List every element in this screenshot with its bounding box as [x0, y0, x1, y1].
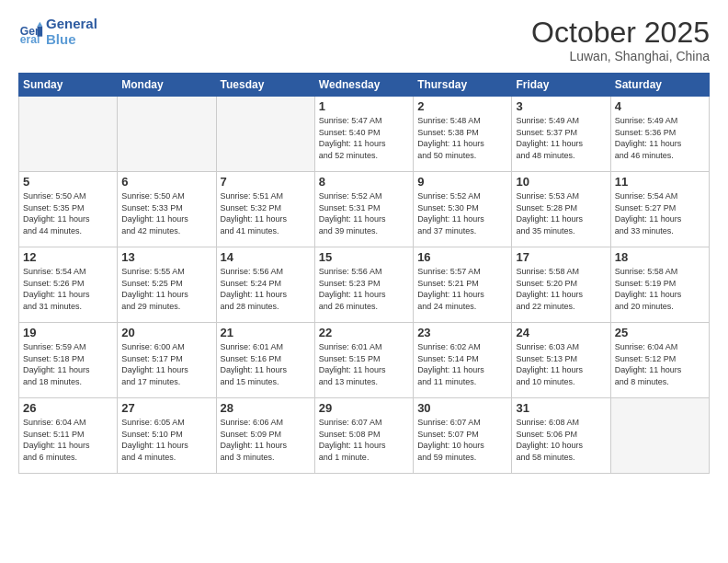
calendar-cell: 5Sunrise: 5:50 AM Sunset: 5:35 PM Daylig…	[19, 172, 118, 247]
title-area: October 2025 Luwan, Shanghai, China	[531, 17, 710, 63]
day-number: 9	[417, 175, 507, 189]
calendar-cell: 8Sunrise: 5:52 AM Sunset: 5:31 PM Daylig…	[314, 172, 413, 247]
day-info: Sunrise: 6:07 AM Sunset: 5:07 PM Dayligh…	[417, 417, 507, 463]
calendar-cell: 11Sunrise: 5:54 AM Sunset: 5:27 PM Dayli…	[610, 172, 709, 247]
calendar-cell: 10Sunrise: 5:53 AM Sunset: 5:28 PM Dayli…	[512, 172, 610, 247]
day-info: Sunrise: 6:02 AM Sunset: 5:14 PM Dayligh…	[417, 341, 507, 387]
calendar-cell: 1Sunrise: 5:47 AM Sunset: 5:40 PM Daylig…	[314, 97, 413, 172]
day-info: Sunrise: 5:52 AM Sunset: 5:31 PM Dayligh…	[319, 190, 409, 236]
day-info: Sunrise: 5:57 AM Sunset: 5:21 PM Dayligh…	[417, 266, 507, 312]
day-number: 14	[221, 250, 311, 264]
weekday-header-row: SundayMondayTuesdayWednesdayThursdayFrid…	[19, 74, 710, 97]
day-info: Sunrise: 5:54 AM Sunset: 5:27 PM Dayligh…	[615, 190, 705, 236]
day-number: 23	[417, 326, 507, 339]
day-number: 31	[516, 401, 606, 415]
calendar-cell	[19, 97, 118, 172]
weekday-header-sunday: Sunday	[19, 74, 118, 97]
day-number: 5	[23, 175, 113, 189]
weekday-header-monday: Monday	[118, 74, 216, 97]
week-row-4: 19Sunrise: 5:59 AM Sunset: 5:18 PM Dayli…	[19, 323, 710, 398]
day-info: Sunrise: 5:59 AM Sunset: 5:18 PM Dayligh…	[23, 341, 113, 387]
calendar-cell: 25Sunrise: 6:04 AM Sunset: 5:12 PM Dayli…	[610, 323, 709, 398]
day-number: 26	[23, 401, 113, 415]
day-info: Sunrise: 5:56 AM Sunset: 5:24 PM Dayligh…	[221, 266, 311, 312]
calendar-cell: 29Sunrise: 6:07 AM Sunset: 5:08 PM Dayli…	[314, 398, 413, 474]
day-number: 6	[121, 175, 211, 189]
day-number: 15	[319, 250, 409, 264]
day-info: Sunrise: 5:53 AM Sunset: 5:28 PM Dayligh…	[516, 190, 606, 236]
calendar-cell: 4Sunrise: 5:49 AM Sunset: 5:36 PM Daylig…	[610, 97, 709, 172]
day-number: 30	[417, 401, 507, 415]
page: Gen eral General Blue October 2025 Luwan…	[0, 0, 728, 563]
calendar-cell: 21Sunrise: 6:01 AM Sunset: 5:16 PM Dayli…	[216, 323, 314, 398]
day-number: 1	[319, 99, 409, 113]
day-info: Sunrise: 5:49 AM Sunset: 5:37 PM Dayligh…	[516, 115, 606, 161]
calendar-cell: 6Sunrise: 5:50 AM Sunset: 5:33 PM Daylig…	[118, 172, 216, 247]
day-info: Sunrise: 5:52 AM Sunset: 5:30 PM Dayligh…	[417, 190, 507, 236]
logo-icon: Gen eral	[18, 19, 44, 45]
calendar-cell: 19Sunrise: 5:59 AM Sunset: 5:18 PM Dayli…	[19, 323, 118, 398]
calendar-cell: 24Sunrise: 6:03 AM Sunset: 5:13 PM Dayli…	[512, 323, 610, 398]
day-number: 22	[319, 326, 409, 339]
calendar-cell: 27Sunrise: 6:05 AM Sunset: 5:10 PM Dayli…	[118, 398, 216, 474]
day-info: Sunrise: 5:51 AM Sunset: 5:32 PM Dayligh…	[221, 190, 311, 236]
day-info: Sunrise: 5:56 AM Sunset: 5:23 PM Dayligh…	[319, 266, 409, 312]
svg-text:eral: eral	[20, 33, 40, 45]
day-number: 7	[221, 175, 311, 189]
day-info: Sunrise: 6:07 AM Sunset: 5:08 PM Dayligh…	[319, 417, 409, 463]
logo-text-line2: Blue	[46, 32, 97, 48]
month-title: October 2025	[531, 17, 710, 49]
calendar-cell: 20Sunrise: 6:00 AM Sunset: 5:17 PM Dayli…	[118, 323, 216, 398]
calendar-cell: 22Sunrise: 6:01 AM Sunset: 5:15 PM Dayli…	[314, 323, 413, 398]
day-number: 16	[417, 250, 507, 264]
week-row-3: 12Sunrise: 5:54 AM Sunset: 5:26 PM Dayli…	[19, 247, 710, 323]
day-number: 27	[121, 401, 211, 415]
calendar-cell: 26Sunrise: 6:04 AM Sunset: 5:11 PM Dayli…	[19, 398, 118, 474]
day-info: Sunrise: 5:47 AM Sunset: 5:40 PM Dayligh…	[319, 115, 409, 161]
day-number: 28	[221, 401, 311, 415]
calendar-cell: 9Sunrise: 5:52 AM Sunset: 5:30 PM Daylig…	[414, 172, 512, 247]
day-info: Sunrise: 6:04 AM Sunset: 5:12 PM Dayligh…	[615, 341, 705, 387]
weekday-header-saturday: Saturday	[610, 74, 709, 97]
svg-marker-2	[38, 26, 43, 36]
week-row-5: 26Sunrise: 6:04 AM Sunset: 5:11 PM Dayli…	[19, 398, 710, 474]
day-number: 8	[319, 175, 409, 189]
calendar-cell	[610, 398, 709, 474]
day-number: 10	[516, 175, 606, 189]
day-info: Sunrise: 6:05 AM Sunset: 5:10 PM Dayligh…	[121, 417, 211, 463]
calendar: SundayMondayTuesdayWednesdayThursdayFrid…	[18, 73, 710, 474]
calendar-cell: 16Sunrise: 5:57 AM Sunset: 5:21 PM Dayli…	[414, 247, 512, 323]
day-info: Sunrise: 6:03 AM Sunset: 5:13 PM Dayligh…	[516, 341, 606, 387]
calendar-cell: 13Sunrise: 5:55 AM Sunset: 5:25 PM Dayli…	[118, 247, 216, 323]
calendar-cell: 28Sunrise: 6:06 AM Sunset: 5:09 PM Dayli…	[216, 398, 314, 474]
weekday-header-thursday: Thursday	[414, 74, 512, 97]
calendar-cell: 17Sunrise: 5:58 AM Sunset: 5:20 PM Dayli…	[512, 247, 610, 323]
day-info: Sunrise: 6:01 AM Sunset: 5:16 PM Dayligh…	[221, 341, 311, 387]
calendar-cell: 3Sunrise: 5:49 AM Sunset: 5:37 PM Daylig…	[512, 97, 610, 172]
location: Luwan, Shanghai, China	[531, 49, 710, 63]
day-info: Sunrise: 5:55 AM Sunset: 5:25 PM Dayligh…	[121, 266, 211, 312]
calendar-cell: 18Sunrise: 5:58 AM Sunset: 5:19 PM Dayli…	[610, 247, 709, 323]
calendar-cell: 7Sunrise: 5:51 AM Sunset: 5:32 PM Daylig…	[216, 172, 314, 247]
day-number: 24	[516, 326, 606, 339]
calendar-cell: 12Sunrise: 5:54 AM Sunset: 5:26 PM Dayli…	[19, 247, 118, 323]
calendar-cell: 14Sunrise: 5:56 AM Sunset: 5:24 PM Dayli…	[216, 247, 314, 323]
header: Gen eral General Blue October 2025 Luwan…	[18, 17, 710, 63]
day-number: 29	[319, 401, 409, 415]
calendar-cell: 15Sunrise: 5:56 AM Sunset: 5:23 PM Dayli…	[314, 247, 413, 323]
day-number: 20	[121, 326, 211, 339]
day-info: Sunrise: 6:06 AM Sunset: 5:09 PM Dayligh…	[221, 417, 311, 463]
calendar-cell: 23Sunrise: 6:02 AM Sunset: 5:14 PM Dayli…	[414, 323, 512, 398]
weekday-header-wednesday: Wednesday	[314, 74, 413, 97]
day-info: Sunrise: 5:58 AM Sunset: 5:20 PM Dayligh…	[516, 266, 606, 312]
calendar-cell	[118, 97, 216, 172]
day-number: 21	[221, 326, 311, 339]
calendar-cell: 2Sunrise: 5:48 AM Sunset: 5:38 PM Daylig…	[414, 97, 512, 172]
week-row-1: 1Sunrise: 5:47 AM Sunset: 5:40 PM Daylig…	[19, 97, 710, 172]
day-info: Sunrise: 5:50 AM Sunset: 5:35 PM Dayligh…	[23, 190, 113, 236]
weekday-header-tuesday: Tuesday	[216, 74, 314, 97]
day-number: 2	[417, 99, 507, 113]
day-info: Sunrise: 6:04 AM Sunset: 5:11 PM Dayligh…	[23, 417, 113, 463]
day-number: 4	[615, 99, 705, 113]
logo: Gen eral General Blue	[18, 17, 97, 47]
